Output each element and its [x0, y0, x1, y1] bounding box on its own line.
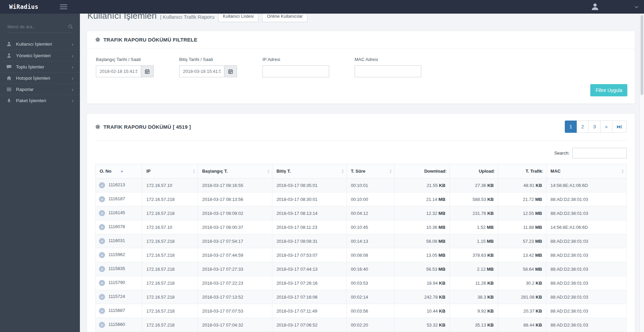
scrollbar[interactable]	[640, 14, 644, 332]
column-header-total-traffic[interactable]: T. Trafik▲▼	[498, 164, 546, 178]
end-datetime-input[interactable]	[179, 65, 224, 77]
cell-upload: 38.3 KB	[450, 290, 498, 304]
cell-download: 13.05 MB	[394, 248, 450, 262]
cell-upload: 11.26 KB	[450, 276, 498, 290]
column-header-end-time[interactable]: Bitiş T.▲▼	[272, 164, 347, 178]
sort-icons: ▲▼	[444, 169, 447, 174]
cell-start-time: 2018-03-17 07:54:17	[198, 234, 272, 248]
column-header-download[interactable]: Download▲▼	[394, 164, 450, 178]
expand-row-button[interactable]: +	[99, 224, 105, 230]
table-search-input[interactable]	[572, 148, 627, 158]
expand-row-button[interactable]: +	[99, 294, 105, 300]
expand-row-button[interactable]: +	[99, 308, 105, 314]
column-label: O. No	[100, 169, 112, 174]
pagination-last-button[interactable]	[612, 121, 627, 133]
cell-total-traffic: 48.91 KB	[498, 178, 546, 192]
column-header-upload[interactable]: Upload▲▼	[450, 164, 498, 178]
cell-download: 21.55 KB	[394, 178, 450, 192]
sidebar-item-comment[interactable]: Toplu İşlemler‹	[0, 61, 80, 72]
pagination-page-2[interactable]: 2	[577, 121, 589, 133]
end-datetime-label: Bitiş Tarihi / Saati	[179, 57, 237, 62]
sidebar-item-admin[interactable]: Yönetici İşlemleri‹	[0, 50, 80, 61]
cell-upload: 231.76 KB	[450, 206, 498, 220]
start-datetime-input[interactable]	[96, 65, 141, 77]
column-header-mac[interactable]: MAC▲▼	[546, 164, 627, 178]
expand-row-button[interactable]: +	[99, 322, 105, 328]
sidebar-item-list[interactable]: Raporlar‹	[0, 83, 80, 95]
cell-order-no: +1115724	[96, 290, 142, 304]
ip-address-input[interactable]	[262, 65, 329, 77]
cell-end-time: 2018-03-17 07:11:49	[272, 304, 347, 318]
column-header-start-time[interactable]: Başlangıç T.▲▼	[198, 164, 272, 178]
cell-order-no: +1116078	[96, 220, 142, 234]
page-subtitle: | Kullanıcı Trafik Raporu	[160, 14, 215, 20]
cell-download: 53.32 KB	[394, 318, 450, 332]
cell-end-time: 2018-03-17 08:08:31	[272, 234, 347, 248]
cell-ip: 172.16.57.218	[142, 234, 198, 248]
scrollbar-thumb[interactable]	[641, 15, 643, 95]
cell-end-time: 2018-03-17 08:35:01	[272, 178, 347, 192]
column-header-duration[interactable]: T. Süre▲▼	[346, 164, 394, 178]
expand-row-button[interactable]: +	[99, 210, 105, 216]
expand-row-button[interactable]: +	[99, 266, 105, 272]
sidebar-item-home[interactable]: Hotspot İşlemleri‹	[0, 72, 80, 83]
cell-start-time: 2018-03-17 08:00:37	[198, 220, 272, 234]
cell-duration: 00:10:00	[346, 192, 394, 206]
sidebar-item-label: Toplu İşlemler	[16, 64, 44, 69]
sidebar-item-user[interactable]: Kullanıcı İşlemleri‹	[0, 38, 80, 50]
gear-icon	[95, 124, 100, 129]
expand-row-button[interactable]: +	[99, 280, 105, 286]
pagination-next-button[interactable]: »	[600, 121, 612, 133]
cell-upload: 378.63 KB	[450, 248, 498, 262]
expand-row-button[interactable]: +	[99, 182, 105, 188]
user-account-icon[interactable]	[591, 3, 599, 11]
pagination-page-3[interactable]: 3	[588, 121, 600, 133]
cell-duration: 00:02:20	[346, 318, 394, 332]
column-header-order-no[interactable]: O. No▼	[96, 164, 142, 178]
cell-duration: 00:04:12	[346, 206, 394, 220]
cell-start-time: 2018-03-17 07:07:53	[198, 304, 272, 318]
end-datetime-calendar-button[interactable]	[224, 65, 237, 77]
cell-mac: 88:AD:D2:38:01:03	[546, 262, 627, 276]
cell-order-no: +1115835	[96, 262, 142, 276]
column-label: IP	[146, 169, 150, 174]
apply-filter-button[interactable]: Filtre Uygula	[590, 84, 627, 96]
topbar: WiRadius	[0, 0, 644, 14]
column-header-ip[interactable]: IP▲▼	[142, 164, 198, 178]
chevron-left-icon: ‹	[72, 98, 73, 103]
cell-total-traffic: 12.55 MB	[498, 206, 546, 220]
table-row: +1115835172.16.57.2182018-03-17 07:27:33…	[96, 262, 627, 276]
cell-ip: 172.16.57.218	[142, 262, 198, 276]
chevron-down-icon[interactable]	[634, 4, 639, 10]
pagination-page-1[interactable]: 1	[565, 121, 577, 133]
sidebar-search-input[interactable]	[7, 24, 68, 30]
cell-mac: 88:AD:D2:38:01:03	[546, 276, 627, 290]
cell-start-time: 2018-03-17 08:16:55	[198, 178, 272, 192]
app-logo: WiRadius	[0, 3, 58, 10]
cell-order-no: +1116187	[96, 192, 142, 206]
home-icon	[6, 76, 12, 81]
cell-mac: 88:AD:D2:38:01:03	[546, 290, 627, 304]
cell-upload: 1.15 MB	[450, 234, 498, 248]
expand-row-button[interactable]: +	[99, 238, 105, 244]
cell-mac: 14:56:8E:A1:06:6D	[546, 220, 627, 234]
mac-address-input[interactable]	[355, 65, 421, 77]
menu-toggle-icon[interactable]	[60, 3, 67, 11]
table-row: +1115724172.16.57.2182018-03-17 07:13:52…	[96, 290, 627, 304]
calendar-icon	[228, 69, 233, 74]
cell-upload: 2.12 MB	[450, 262, 498, 276]
search-icon	[68, 24, 73, 29]
calendar-icon	[145, 69, 150, 74]
start-datetime-calendar-button[interactable]	[141, 65, 154, 77]
skip-to-last-icon	[617, 125, 622, 129]
expand-row-button[interactable]: +	[99, 196, 105, 202]
mac-address-label: MAC Adresi	[355, 57, 421, 62]
table-row: +1115687172.16.57.2182018-03-17 07:07:53…	[96, 304, 627, 318]
cell-ip: 172.16.57.218	[142, 304, 198, 318]
column-label: Download	[424, 169, 445, 174]
table-search: Search:	[87, 141, 635, 164]
cell-total-traffic: 58.64 MB	[498, 262, 546, 276]
expand-row-button[interactable]: +	[99, 252, 105, 258]
chevron-left-icon: ‹	[72, 53, 73, 58]
sidebar-item-tree[interactable]: Paket İşlemleri‹	[0, 95, 80, 106]
